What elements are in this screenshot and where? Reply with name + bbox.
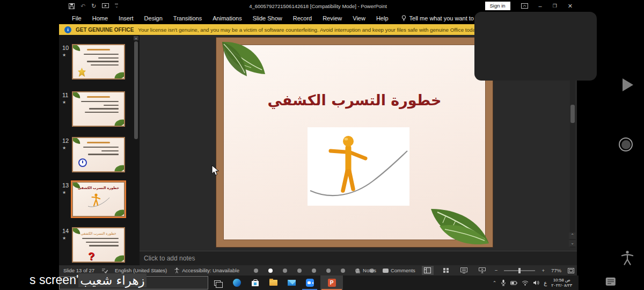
file-explorer-button[interactable] — [264, 276, 282, 290]
current-slide[interactable]: خطورة التسرب الكشفي — [216, 38, 493, 247]
wifi-icon[interactable] — [522, 280, 529, 286]
accessibility-control[interactable] — [621, 250, 634, 267]
thumb-scrollbar[interactable] — [134, 41, 138, 139]
slide-image-tightrope[interactable] — [308, 127, 409, 206]
thumb-title-placeholder — [87, 49, 111, 50]
minimize-button[interactable]: – — [539, 3, 542, 9]
tray-expand-chevron[interactable]: ⌃ — [493, 280, 497, 286]
tab-review[interactable]: Review — [317, 15, 347, 21]
speaker-icon[interactable] — [533, 280, 539, 286]
system-tray: ⌃ ع 10:58 ص ٢٠٢٢/٠٨/٢٣ — [493, 276, 572, 290]
thumbnail-slide-14[interactable]: 14★ خطورة التسرب الكشفي ? — [62, 227, 133, 263]
leaf-decoration-bottom-right — [423, 182, 490, 245]
normal-view-button[interactable] — [422, 266, 434, 275]
close-button[interactable]: ✕ — [568, 3, 573, 9]
leaf-decoration-top-left — [220, 41, 272, 84]
slide-number: 10 — [62, 45, 69, 51]
question-mark-image: ? — [88, 251, 94, 262]
next-slide-button[interactable]: ⌄ — [569, 240, 576, 247]
edge-icon — [233, 279, 241, 287]
caption-latin: s screen' — [30, 273, 78, 287]
tab-view[interactable]: View — [347, 15, 371, 21]
slide-number: 13 — [62, 182, 69, 189]
warning-message: Your license isn't genuine, and you may … — [138, 27, 479, 33]
task-view-button[interactable] — [208, 276, 226, 290]
redo-icon[interactable]: ↻ — [91, 3, 96, 9]
tab-transitions[interactable]: Transitions — [168, 15, 207, 21]
animation-star-icon: ★ — [62, 53, 72, 57]
screen-share-caption: s screen'زهراء شعيب — [30, 273, 147, 287]
previous-slide-button[interactable]: ⌃ — [569, 233, 576, 239]
leaf-decoration — [72, 137, 81, 144]
leaf-decoration — [72, 44, 81, 51]
play-button[interactable] — [623, 78, 633, 91]
tell-me-box[interactable]: Tell me what you want to do — [401, 15, 482, 21]
slide-sorter-view-button[interactable] — [440, 266, 452, 275]
tab-slideshow[interactable]: Slide Show — [247, 15, 288, 21]
notes-toggle[interactable]: Notes — [355, 267, 376, 273]
customize-qat-icon[interactable]: ⌄ — [115, 4, 118, 8]
accessibility-status[interactable]: Accessibility: Unavailable — [182, 267, 239, 273]
canvas-scrollbar-track[interactable] — [570, 77, 575, 248]
microphone-icon[interactable] — [501, 279, 506, 286]
thumbnail-slide-11[interactable]: 11★ — [62, 91, 133, 127]
leaf-decoration — [72, 91, 81, 98]
tab-help[interactable]: Help — [371, 15, 394, 21]
microsoft-store-icon — [252, 281, 259, 286]
edge-taskbar-button[interactable] — [228, 276, 246, 290]
canvas-scrollbar-thumb[interactable] — [570, 105, 575, 123]
undo-icon[interactable]: ↶ — [80, 3, 85, 9]
thumbnail-slide-12[interactable]: 12★ — [62, 137, 133, 172]
clock[interactable]: 10:58 ص ٢٠٢٢/٠٨/٢٣ — [551, 278, 572, 288]
thumbnail-slide-10[interactable]: 10★ — [62, 44, 133, 79]
thumb-title-placeholder — [87, 142, 111, 143]
save-icon[interactable] — [69, 3, 75, 9]
lightbulb-icon — [401, 15, 406, 21]
slide-number: 12 — [62, 137, 69, 144]
store-taskbar-button[interactable] — [246, 276, 264, 290]
zoom-app-button[interactable] — [301, 276, 319, 290]
fit-to-window-icon[interactable] — [568, 268, 574, 273]
leaf-decoration — [114, 71, 125, 79]
reading-view-button[interactable] — [458, 266, 470, 275]
clock-image — [78, 158, 87, 167]
zoom-slider[interactable] — [504, 270, 535, 271]
tightrope-figure-mini — [87, 192, 111, 209]
participant-video-tile[interactable] — [474, 12, 597, 81]
slideshow-view-button[interactable] — [477, 266, 488, 275]
ribbon-display-options-icon[interactable] — [521, 3, 528, 9]
zoom-out-button[interactable]: − — [495, 267, 498, 273]
task-view-icon — [214, 280, 221, 286]
leaf-decoration — [114, 255, 125, 263]
title-bar: ↶ ↻ ⌄ 4_6005792721506142618 [Compatibili… — [59, 0, 577, 12]
slide-title[interactable]: خطورة التسرب الكشفي — [223, 92, 486, 108]
powerpoint-taskbar-button[interactable]: P — [323, 276, 341, 290]
notes-pane[interactable]: Click to add notes — [140, 251, 577, 265]
notes-placeholder[interactable]: Click to add notes — [144, 255, 195, 262]
thumb-slide-title: خطورة التسرب الكشفي — [73, 231, 124, 236]
notification-panel-icon[interactable] — [605, 277, 616, 288]
folder-icon — [269, 280, 277, 286]
info-icon: i — [64, 26, 71, 33]
thumb-scroll-up-button[interactable]: ▲ — [134, 36, 138, 40]
mail-icon — [288, 280, 296, 286]
restore-button[interactable]: ❐ — [553, 4, 557, 9]
input-language-indicator[interactable]: ع — [544, 280, 547, 286]
battery-icon[interactable] — [510, 280, 517, 286]
tab-file[interactable]: File — [67, 15, 87, 21]
record-button[interactable] — [619, 137, 633, 151]
comments-toggle[interactable]: Comments — [383, 267, 415, 273]
tab-design[interactable]: Design — [139, 15, 168, 21]
sign-in-button[interactable]: Sign in — [485, 2, 510, 10]
tab-insert[interactable]: Insert — [113, 15, 139, 21]
zoom-level[interactable]: 77% — [551, 267, 561, 273]
zoom-app-icon — [306, 279, 314, 287]
mail-taskbar-button[interactable] — [282, 276, 301, 290]
tab-record[interactable]: Record — [288, 15, 317, 21]
tab-home[interactable]: Home — [87, 15, 113, 21]
start-slideshow-icon[interactable] — [102, 3, 109, 9]
thumbnail-slide-13-selected[interactable]: 13★ خطورة التسرب الكشفي — [62, 182, 133, 217]
zoom-slider-thumb[interactable] — [518, 268, 521, 273]
tab-animations[interactable]: Animations — [207, 15, 247, 21]
zoom-in-button[interactable]: + — [541, 267, 545, 273]
